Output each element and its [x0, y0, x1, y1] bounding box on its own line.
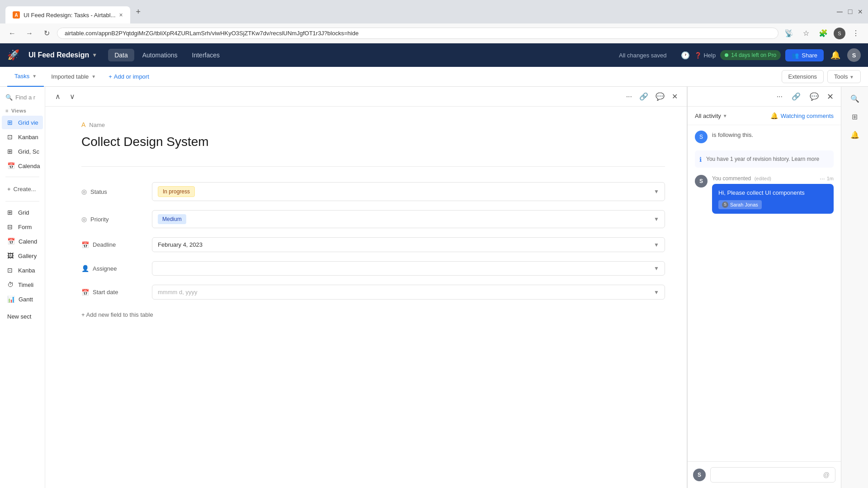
comment-chat-icon[interactable]: 💬: [807, 90, 821, 103]
sidebar-item-calendar[interactable]: 📅 Calenda: [2, 159, 43, 173]
sidebar-item-grid2[interactable]: ⊞ Grid: [2, 206, 43, 219]
tab-close-btn[interactable]: ×: [119, 11, 123, 19]
sidebar-bottom-item-label: Form: [18, 224, 32, 230]
info-icon: ℹ: [699, 156, 702, 163]
edited-label: (edited): [755, 176, 771, 181]
close-btn[interactable]: ×: [858, 7, 863, 17]
collapse-up-btn[interactable]: ∧: [52, 90, 63, 103]
comment-close-btn[interactable]: ✕: [825, 90, 835, 103]
bell-right-icon[interactable]: 🔔: [847, 127, 863, 143]
nav-item-automations[interactable]: Automations: [136, 49, 184, 61]
sidebar-item-kanban2[interactable]: ⊡ Kanba: [2, 263, 43, 277]
kanban2-icon: ⊡: [7, 267, 14, 274]
table-import-btn[interactable]: Imported table ▼: [44, 73, 103, 80]
nav-item-interfaces[interactable]: Interfaces: [186, 49, 226, 61]
sidebar-search[interactable]: 🔍 Find a r: [0, 90, 45, 104]
create-btn[interactable]: + Create...: [2, 183, 43, 196]
sidebar-item-grid-view[interactable]: ⊞ Grid vie: [2, 116, 43, 129]
grid-right-icon[interactable]: ⊞: [847, 108, 863, 125]
views-label: Views: [11, 108, 27, 113]
project-title-chevron-icon: ▼: [92, 52, 97, 58]
sidebar-item-calendar2[interactable]: 📅 Calend: [2, 235, 43, 248]
browser-tab-active[interactable]: A UI Feed Redesign: Tasks - Airtabl... ×: [5, 6, 130, 23]
table-tab-label: Tasks: [14, 73, 29, 80]
address-bar[interactable]: airtable.com/appnB2PYqtdgiMrZG/tbliXpR4Z…: [57, 28, 778, 39]
field-row-priority: ◎ Priority Medium ▼: [81, 206, 665, 233]
extensions-icon[interactable]: 🧩: [816, 27, 830, 40]
input-user-avatar: S: [693, 469, 706, 481]
comment-header: All activity ▼ 🔔 Watching comments: [688, 107, 841, 125]
help-btn[interactable]: ❓ Help: [694, 52, 716, 59]
nav-item-data[interactable]: Data: [108, 49, 134, 61]
tools-btn[interactable]: Tools ▼: [827, 70, 861, 83]
comment-icon[interactable]: 💬: [654, 90, 666, 103]
comment-row: S You commented (edited) ··· 1m: [695, 175, 834, 214]
table-tab-tasks[interactable]: Tasks ▼: [7, 67, 44, 87]
pro-badge[interactable]: 14 days left on Pro: [720, 50, 781, 60]
new-tab-btn[interactable]: +: [132, 5, 145, 18]
comment-dots-icon[interactable]: ···: [820, 175, 825, 182]
assignee-select[interactable]: ▼: [152, 261, 665, 276]
sidebar-item-timeline[interactable]: ⏱ Timeli: [2, 278, 43, 291]
back-btn[interactable]: ←: [5, 27, 19, 40]
sidebar-item-kanban[interactable]: ⊡ Kanban: [2, 130, 43, 144]
activity-filter-btn[interactable]: All activity ▼: [695, 113, 727, 119]
status-select[interactable]: In progress ▼: [152, 182, 665, 201]
comment-link-icon[interactable]: 🔗: [789, 90, 803, 103]
tab-title: UI Feed Redesign: Tasks - Airtabl...: [24, 12, 116, 19]
maximize-btn[interactable]: □: [848, 8, 853, 16]
extensions-btn[interactable]: Extensions: [782, 70, 824, 83]
status-badge: In progress: [158, 186, 195, 197]
user-avatar[interactable]: S: [847, 48, 861, 62]
start-date-chevron-icon: ▼: [654, 289, 659, 296]
bookmark-icon[interactable]: ☆: [799, 27, 813, 40]
cast-icon[interactable]: 📡: [782, 27, 796, 40]
comment-user-avatar: S: [695, 175, 708, 188]
comment-list: S is following this. ℹ You have 1 year o…: [688, 125, 841, 461]
activity-filter-chevron-icon: ▼: [723, 113, 727, 118]
more-options-icon[interactable]: ···: [624, 91, 634, 103]
add-field-btn[interactable]: + Add new field to this table: [81, 308, 665, 322]
watching-btn[interactable]: 🔔 Watching comments: [770, 112, 834, 119]
app-container: 🚀 UI Feed Redesign ▼ Data Automations In…: [0, 43, 868, 488]
close-record-icon[interactable]: ✕: [670, 90, 679, 103]
deadline-date-picker[interactable]: February 4, 2023 ▼: [152, 237, 665, 252]
comment-input-box[interactable]: @: [710, 467, 835, 483]
comment-meta-actions: ··· 1m: [820, 175, 834, 182]
views-collapse-icon[interactable]: ≡: [5, 108, 9, 113]
history-icon[interactable]: 🕐: [681, 51, 690, 60]
share-btn[interactable]: 👥 Share: [785, 49, 824, 61]
sidebar-item-gantt[interactable]: 📊 Gantt: [2, 292, 43, 306]
at-icon[interactable]: @: [823, 471, 830, 479]
sidebar-item-form[interactable]: ⊟ Form: [2, 220, 43, 234]
priority-field-label: ◎ Priority: [81, 216, 145, 223]
sidebar-item-new-section[interactable]: New sect: [2, 310, 43, 323]
refresh-btn[interactable]: ↻: [40, 27, 53, 40]
sidebar-item-label: Grid, Sc: [18, 148, 39, 155]
add-or-import-btn[interactable]: + Add or import: [103, 73, 155, 80]
sidebar-bottom-item-label: Gallery: [18, 253, 37, 259]
deadline-date-text: February 4, 2023: [158, 241, 203, 248]
forward-btn[interactable]: →: [23, 27, 36, 40]
timeline-icon: ⏱: [7, 281, 14, 288]
pro-dot-icon: [725, 53, 728, 57]
start-date-picker[interactable]: mmmm d, yyyy ▼: [152, 285, 665, 300]
table-tab-chevron-icon: ▼: [32, 74, 37, 79]
notifications-icon[interactable]: 🔔: [828, 48, 843, 62]
priority-select[interactable]: Medium ▼: [152, 210, 665, 228]
link-icon[interactable]: 🔗: [637, 90, 650, 103]
sidebar-item-gallery[interactable]: 🖼 Gallery: [2, 249, 43, 263]
minimize-btn[interactable]: ─: [837, 7, 843, 17]
collapse-down-btn[interactable]: ∨: [67, 90, 78, 103]
author-text: You commented: [712, 175, 751, 182]
menu-icon[interactable]: ⋮: [849, 27, 863, 40]
start-date-field-label: 📅 Start date: [81, 289, 145, 296]
search-right-icon[interactable]: 🔍: [847, 90, 863, 107]
following-info-row: S is following this.: [695, 131, 834, 143]
comment-more-icon[interactable]: ···: [774, 91, 785, 103]
start-date-label-text: Start date: [93, 289, 118, 296]
project-title[interactable]: UI Feed Redesign ▼: [28, 51, 97, 59]
profile-icon[interactable]: S: [834, 28, 845, 39]
sidebar-item-grid-sc[interactable]: ⊞ Grid, Sc: [2, 145, 43, 158]
name-field-label: Name: [89, 122, 105, 128]
